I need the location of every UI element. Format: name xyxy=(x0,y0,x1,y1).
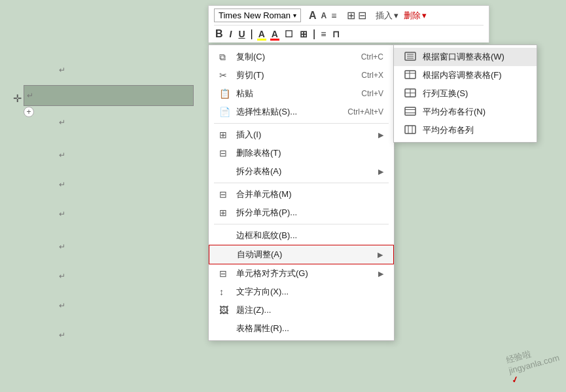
insert-button[interactable]: 插入 ▾ xyxy=(376,10,398,22)
insert-label: 插入 xyxy=(376,10,393,22)
delete-table-label: 删除表格(T) xyxy=(236,147,383,159)
split-cells-label: 拆分单元格(P)... xyxy=(236,207,383,219)
border-button[interactable]: ⊞ xyxy=(298,29,309,39)
fit-content-icon xyxy=(404,70,419,81)
lock-button[interactable]: ⊓ xyxy=(331,29,341,39)
swap-icon xyxy=(404,88,419,99)
font-dropdown-arrow: ▾ xyxy=(293,12,296,19)
copy-icon: ⧉ xyxy=(219,52,232,63)
table-props-label: 表格属性(R)... xyxy=(236,323,383,334)
menu-item-copy[interactable]: ⧉ 复制(C) Ctrl+C xyxy=(209,48,394,66)
add-row-button[interactable]: + xyxy=(24,107,34,117)
cut-shortcut: Ctrl+X xyxy=(361,71,383,80)
cut-icon: ✂ xyxy=(219,70,232,80)
para-mark-5: ↵ xyxy=(59,209,65,219)
text-direction-icon: ↕ xyxy=(219,287,232,297)
paste-special-label: 选择性粘贴(S)... xyxy=(236,106,334,118)
split-table-label: 拆分表格(A) xyxy=(236,166,378,177)
line-spacing-button[interactable]: ≡ xyxy=(330,10,338,21)
insert-delete-area: 插入 ▾ 删除 ▾ xyxy=(376,10,427,22)
font-name-text: Times New Roman xyxy=(219,10,291,20)
shading-button[interactable]: ☐ xyxy=(283,29,294,39)
caption-label: 题注(Z)... xyxy=(236,304,383,316)
split-table-arrow: ▶ xyxy=(378,168,383,176)
merge-cells-label: 合并单元格(M) xyxy=(236,188,383,200)
menu-item-merge-cells[interactable]: ⊟ 合并单元格(M) xyxy=(209,185,394,204)
para-mark-2: ↵ xyxy=(59,118,65,127)
sub-menu-auto-fit: 根据窗口调整表格(W) 根据内容调整表格(F) 行列互换(S) xyxy=(393,45,537,143)
menu-item-insert[interactable]: ⊞ 插入(I) ▶ xyxy=(209,126,394,144)
delete-arrow: ▾ xyxy=(422,10,427,20)
merge-cells-icon: ⊟ xyxy=(219,189,232,200)
insert-label: 插入(I) xyxy=(236,129,378,141)
copy-label: 复制(C) xyxy=(236,51,348,63)
menu-item-cell-align[interactable]: ⊟ 单元格对齐方式(G) ▶ xyxy=(209,264,394,283)
font-size-decrease[interactable]: A xyxy=(320,11,328,20)
para-mark-9: ↵ xyxy=(59,330,65,340)
swap-label: 行列互换(S) xyxy=(423,88,468,99)
copy-shortcut: Ctrl+C xyxy=(361,52,383,62)
italic-button[interactable]: I xyxy=(228,29,234,39)
border-label: 边框和底纹(B)... xyxy=(236,230,383,241)
font-name-dropdown[interactable]: Times New Roman ▾ xyxy=(214,9,301,22)
highlight-button[interactable]: A xyxy=(257,29,266,39)
toolbar-row-2: B I U | A A ☐ ⊞ | ≡ ⊓ xyxy=(214,26,484,40)
menu-item-paste-special[interactable]: 📄 选择性粘贴(S)... Ctrl+Alt+V xyxy=(209,103,394,121)
fit-content-label: 根据内容调整表格(F) xyxy=(423,69,502,81)
sub-menu-item-distribute-rows[interactable]: 平均分布各行(N) xyxy=(394,103,537,121)
table-delete-icon[interactable]: ⊟ xyxy=(358,9,366,22)
sub-menu-item-swap[interactable]: 行列互换(S) xyxy=(394,84,537,103)
sub-menu-item-fit-content[interactable]: 根据内容调整表格(F) xyxy=(394,66,537,84)
bold-button[interactable]: B xyxy=(214,28,224,40)
table-para-mark: ↵ xyxy=(27,91,33,100)
distribute-rows-label: 平均分布各行(N) xyxy=(423,106,486,118)
font-size-increase[interactable]: A xyxy=(308,10,318,22)
cell-align-label: 单元格对齐方式(G) xyxy=(236,268,378,279)
insert-arrow: ▾ xyxy=(394,10,398,20)
cell-align-icon: ⊟ xyxy=(219,268,232,279)
separator-1 xyxy=(214,123,389,124)
cell-align-arrow: ▶ xyxy=(378,270,383,278)
insert-icon: ⊞ xyxy=(219,130,232,140)
split-cells-icon: ⊞ xyxy=(219,207,232,218)
caption-icon: 🖼 xyxy=(219,305,232,315)
separator-3 xyxy=(214,224,389,224)
para-mark-6: ↵ xyxy=(59,242,65,251)
menu-item-border[interactable]: 边框和底纹(B)... xyxy=(209,226,394,245)
move-cursor-icon: ✛ xyxy=(10,92,24,105)
table-icons: ⊞ ⊟ xyxy=(347,9,366,22)
paste-icon: 📋 xyxy=(219,88,232,99)
auto-fit-label: 自动调整(A) xyxy=(237,249,378,260)
menu-item-auto-fit[interactable]: 自动调整(A) ▶ xyxy=(209,245,394,264)
menu-item-table-props[interactable]: 表格属性(R)... xyxy=(209,319,394,338)
insert-arrow: ▶ xyxy=(378,131,383,139)
menu-item-cut[interactable]: ✂ 剪切(T) Ctrl+X xyxy=(209,66,394,84)
menu-item-delete-table[interactable]: ⊟ 删除表格(T) xyxy=(209,144,394,162)
para-mark-3: ↵ xyxy=(59,151,65,160)
menu-item-paste[interactable]: 📋 粘贴 Ctrl+V xyxy=(209,84,394,103)
align-button[interactable]: ≡ xyxy=(319,29,327,39)
menu-item-text-direction[interactable]: ↕ 文字方向(X)... xyxy=(209,283,394,301)
underline-button[interactable]: U xyxy=(237,29,246,39)
sub-menu-item-fit-window[interactable]: 根据窗口调整表格(W) xyxy=(394,48,537,66)
separator-1: | xyxy=(251,28,253,40)
toolbar-row-1: Times New Roman ▾ A A ≡ ⊞ ⊟ 插入 ▾ 删除 ▾ xyxy=(214,9,484,26)
para-mark-1: ↵ xyxy=(59,65,65,75)
font-color-button[interactable]: A xyxy=(270,29,279,39)
menu-item-split-table[interactable]: 拆分表格(A) ▶ xyxy=(209,162,394,181)
fit-window-label: 根据窗口调整表格(W) xyxy=(423,51,504,63)
paste-shortcut: Ctrl+V xyxy=(361,89,383,98)
cut-label: 剪切(T) xyxy=(236,69,348,81)
distribute-cols-label: 平均分布各列 xyxy=(423,124,474,136)
sub-menu-item-distribute-cols[interactable]: 平均分布各列 xyxy=(394,121,537,139)
svg-rect-4 xyxy=(405,71,416,79)
formatting-toolbar: Times New Roman ▾ A A ≡ ⊞ ⊟ 插入 ▾ 删除 ▾ B … xyxy=(208,5,489,43)
delete-button[interactable]: 删除 ▾ xyxy=(404,10,427,22)
svg-rect-13 xyxy=(405,126,416,134)
table-insert-icon[interactable]: ⊞ xyxy=(347,9,355,22)
menu-item-caption[interactable]: 🖼 题注(Z)... xyxy=(209,301,394,319)
delete-table-icon: ⊟ xyxy=(219,148,232,158)
table-cell[interactable]: ↵ xyxy=(24,85,194,106)
menu-item-split-cells[interactable]: ⊞ 拆分单元格(P)... xyxy=(209,204,394,222)
paste-label: 粘贴 xyxy=(236,88,348,99)
